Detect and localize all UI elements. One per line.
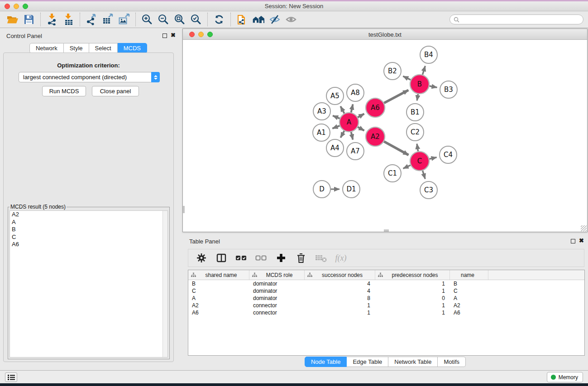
graph-edge-A6-B[interactable] [384,90,408,103]
graph-edge-A-A7[interactable] [351,132,353,139]
tab-motifs[interactable]: Motifs [438,357,466,367]
graph-node-A7[interactable]: A7 [347,143,364,160]
column-header-shared-name[interactable]: shared name [188,270,249,280]
run-mcds-button[interactable]: Run MCDS [42,86,86,96]
network-canvas[interactable]: AA1A2A3A4A5A6A7A8BB1B2B3B4CC1C2C3C4DD1 [183,40,587,232]
graph-node-B3[interactable]: B3 [440,81,457,98]
float-panel-icon[interactable] [163,33,167,38]
graph-edge-A-A8[interactable] [351,104,353,112]
graph-node-C1[interactable]: C1 [384,165,401,182]
delete-column-icon[interactable] [294,252,308,264]
node-table[interactable]: shared nameMCDS rolesuccessor nodesprede… [188,270,585,356]
zoom-fit-icon[interactable] [172,13,188,26]
graph-node-B1[interactable]: B1 [406,104,424,121]
save-session-icon[interactable] [21,13,37,26]
tab-edge-table[interactable]: Edge Table [347,357,388,367]
search-input[interactable] [461,15,579,24]
graph-node-D1[interactable]: D1 [343,181,360,198]
graph-node-C2[interactable]: C2 [406,124,424,141]
graph-edge-B-B2[interactable] [403,76,411,80]
graph-node-C[interactable]: C [410,152,429,171]
tab-node-table[interactable]: Node Table [305,357,347,367]
new-session-from-selection-icon[interactable] [234,13,250,26]
graph-edge-A2-C[interactable] [384,142,408,155]
table-row[interactable]: A2connector11A2 [188,302,584,309]
export-table-icon[interactable] [100,13,116,26]
zoom-selected-icon[interactable] [188,13,204,26]
graph-node-A5[interactable]: A5 [326,87,344,105]
table-row[interactable]: Cdominator41C [188,287,584,295]
close-panel-icon[interactable]: ✖ [171,33,176,38]
graph-edge-C-C1[interactable] [403,165,411,168]
delete-table-icon[interactable] [314,252,328,264]
graph-edge-A-A2[interactable] [358,127,364,131]
column-header-predecessor-nodes[interactable]: predecessor nodes [375,270,450,280]
graph-edge-C-C4[interactable] [429,157,436,159]
float-table-panel-icon[interactable] [571,239,575,243]
graph-edge-B-B1[interactable] [417,94,418,101]
hide-selected-icon[interactable] [267,13,283,26]
table-row[interactable]: A6connector11A6 [188,309,584,316]
graph-edge-C-C2[interactable] [417,144,418,152]
show-columns-icon[interactable] [215,252,228,264]
graph-node-A6[interactable]: A6 [366,98,385,117]
graph-node-A1[interactable]: A1 [313,124,330,141]
graph-edge-B-B3[interactable] [430,86,437,87]
tab-select[interactable]: Select [89,43,118,53]
graph-node-A2[interactable]: A2 [366,127,385,146]
tab-style[interactable]: Style [64,43,89,53]
graph-edge-B-B4[interactable] [422,66,425,75]
open-file-icon[interactable] [5,13,21,26]
network-hscroll-thumb[interactable] [384,229,389,232]
mcds-result-item[interactable]: B [10,226,167,234]
mcds-result-item[interactable]: C [10,234,167,241]
graph-node-B[interactable]: B [410,75,429,94]
column-header-mcds-role[interactable]: MCDS role [249,270,305,280]
table-settings-icon[interactable] [195,252,208,264]
mcds-result-item[interactable]: A6 [10,241,167,248]
zoom-in-icon[interactable] [139,13,155,26]
graph-node-B4[interactable]: B4 [420,46,437,63]
network-window-titlebar[interactable]: testGlobe.txt [183,29,587,40]
export-network-icon[interactable] [83,13,100,26]
graph-edge-A-A4[interactable] [340,131,344,138]
tab-mcds[interactable]: MCDS [118,43,147,53]
graph-node-B2[interactable]: B2 [384,62,401,80]
optimization-criterion-select[interactable]: largest connected component (directed) [19,72,160,82]
memory-button[interactable]: Memory [547,372,583,382]
graph-node-C3[interactable]: C3 [420,181,437,199]
export-image-icon[interactable] [116,13,132,26]
table-row[interactable]: Adominator80A [188,295,584,302]
graph-node-A4[interactable]: A4 [326,139,344,157]
tab-network[interactable]: Network [29,43,64,53]
graph-edge-A-A6[interactable] [358,114,364,118]
graph-node-A8[interactable]: A8 [347,84,364,101]
close-table-panel-icon[interactable]: ✖ [579,238,584,243]
graph-edge-A-A1[interactable] [332,126,339,129]
network-vscroll-thumb[interactable] [183,206,185,213]
refresh-icon[interactable] [211,13,227,26]
zoom-out-icon[interactable] [155,13,172,26]
add-column-icon[interactable] [274,252,288,264]
deselect-all-columns-icon[interactable] [254,252,268,264]
show-all-icon[interactable] [283,13,299,26]
function-builder-icon[interactable]: f(x) [334,252,348,264]
mcds-list-scrollbar[interactable] [163,211,167,357]
mcds-result-item[interactable]: A [10,219,167,226]
column-header-successor-nodes[interactable]: successor nodes [305,270,375,280]
graph-node-D[interactable]: D [313,181,330,198]
home-icon[interactable] [250,13,267,26]
import-network-icon[interactable] [44,13,60,26]
mcds-result-item[interactable]: A2 [10,211,167,219]
import-table-icon[interactable] [60,13,76,26]
select-all-columns-icon[interactable] [234,252,248,264]
tab-network-table[interactable]: Network Table [388,357,438,367]
graph-node-C4[interactable]: C4 [440,146,457,163]
close-panel-button[interactable]: Close panel [92,86,139,96]
column-header-name[interactable]: name [450,270,488,280]
mcds-result-list[interactable]: A2ABCA6 [10,210,168,357]
task-history-button[interactable] [5,372,17,382]
graph-node-A[interactable]: A [339,113,359,132]
table-row[interactable]: Bdominator41B [188,280,584,287]
graph-edge-C-C3[interactable] [423,171,425,179]
